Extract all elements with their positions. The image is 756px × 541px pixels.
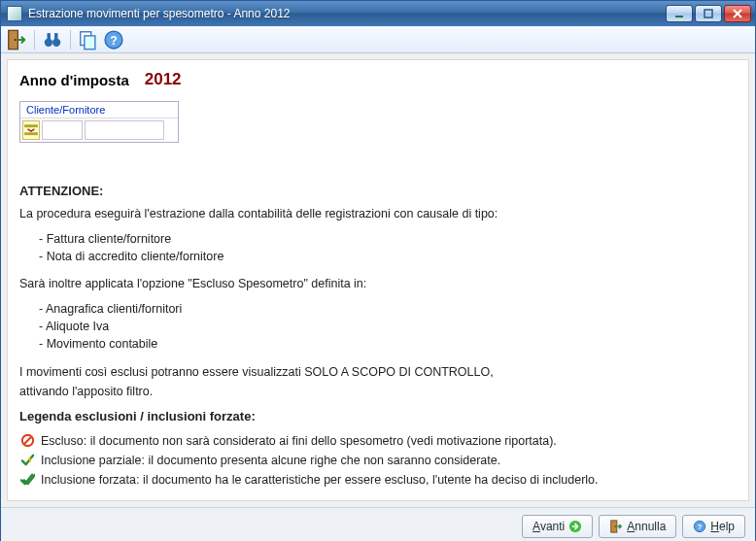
bullet-fattura: Fattura cliente/fornitore <box>47 232 172 246</box>
legend-forced-text: Inclusione forzata: il documento ha le c… <box>41 471 599 489</box>
help-button[interactable]: ? Help <box>682 515 745 538</box>
cliente-fornitore-code-input[interactable] <box>42 120 83 140</box>
svg-rect-19 <box>611 521 617 532</box>
toolbar: ? <box>1 26 755 53</box>
next-button[interactable]: Avanti <box>522 515 593 538</box>
anno-imposta-label: Anno d'imposta <box>19 72 129 88</box>
footer-bar: Avanti Annulla ? Help <box>1 507 755 541</box>
door-exit-icon <box>609 520 623 533</box>
cliente-fornitore-lookup-button[interactable] <box>22 120 40 140</box>
svg-rect-4 <box>9 30 18 49</box>
intro-line: La procedura eseguirà l'estrazione dalla… <box>19 205 737 222</box>
toolbar-copy-button[interactable] <box>77 29 100 51</box>
svg-rect-8 <box>48 33 51 40</box>
movimenti-line2: attivando l'apposito filtro. <box>19 383 737 400</box>
help-icon: ? <box>103 29 124 51</box>
cliente-fornitore-box: Cliente/Fornitore <box>19 101 179 143</box>
toolbar-find-button[interactable] <box>41 29 64 51</box>
movimenti-line1: I movimenti così esclusi potranno essere… <box>19 363 737 381</box>
content-panel: Anno d'imposta 2012 Cliente/Fornitore AT… <box>7 59 749 501</box>
window-controls <box>666 5 751 22</box>
bullet-nota-accredito: Nota di accredito cliente/fornitore <box>47 250 224 263</box>
cliente-fornitore-header: Cliente/Fornitore <box>20 102 178 118</box>
binoculars-icon <box>42 29 63 51</box>
arrow-right-icon <box>568 520 582 533</box>
svg-rect-14 <box>24 124 38 127</box>
minimize-icon <box>673 8 685 19</box>
next-button-label-rest: vanti <box>540 520 565 533</box>
close-button[interactable] <box>724 5 751 22</box>
attention-heading: ATTENZIONE: <box>19 183 737 201</box>
svg-rect-9 <box>54 33 57 40</box>
toolbar-separator <box>34 30 35 50</box>
svg-point-5 <box>15 38 17 40</box>
svg-rect-1 <box>704 10 712 17</box>
applied-line: Sarà inoltre applicata l'opzione "Esclus… <box>19 275 737 292</box>
forced-include-icon <box>19 472 35 488</box>
bullet-movimento: Movimento contabile <box>47 337 158 351</box>
cancel-button-label-rest: nnulla <box>635 520 666 533</box>
svg-rect-11 <box>85 35 95 49</box>
copy-icon <box>78 29 99 51</box>
svg-rect-15 <box>24 132 38 135</box>
svg-point-20 <box>615 525 616 526</box>
excluded-icon <box>19 433 35 449</box>
toolbar-help-button[interactable]: ? <box>102 29 125 51</box>
close-icon <box>732 8 743 19</box>
app-icon <box>7 6 22 21</box>
bullet-aliquote: Aliquote Iva <box>46 320 109 333</box>
cliente-fornitore-name-input[interactable] <box>85 120 164 140</box>
help-button-label-rest: elp <box>719 520 735 533</box>
window-chrome: Estrazione movimenti per spesometro - An… <box>0 0 756 541</box>
legend-partial-text: Inclusione parziale: il documento presen… <box>41 452 500 469</box>
lookup-icon <box>23 122 39 138</box>
titlebar: Estrazione movimenti per spesometro - An… <box>1 1 755 26</box>
partial-include-icon <box>19 453 35 468</box>
window-title: Estrazione movimenti per spesometro - An… <box>28 7 666 20</box>
svg-text:?: ? <box>698 523 703 531</box>
bullet-anagrafica: Anagrafica clienti/fornitori <box>46 302 182 316</box>
maximize-icon <box>703 8 714 19</box>
help-icon: ? <box>693 520 706 533</box>
legend-excluded-text: Escluso: il documento non sarà considera… <box>41 432 557 450</box>
maximize-button[interactable] <box>695 5 722 22</box>
info-text-block: ATTENZIONE: La procedura eseguirà l'estr… <box>19 183 737 490</box>
svg-line-17 <box>23 437 31 445</box>
cancel-button[interactable]: Annulla <box>599 515 676 538</box>
legend-heading: Legenda esclusioni / inclusioni forzate: <box>19 408 737 426</box>
toolbar-separator <box>70 30 71 50</box>
svg-text:?: ? <box>110 33 118 47</box>
minimize-button[interactable] <box>666 5 693 22</box>
toolbar-exit-button[interactable] <box>5 29 28 51</box>
door-exit-icon <box>6 29 27 51</box>
anno-imposta-value: 2012 <box>145 70 182 89</box>
